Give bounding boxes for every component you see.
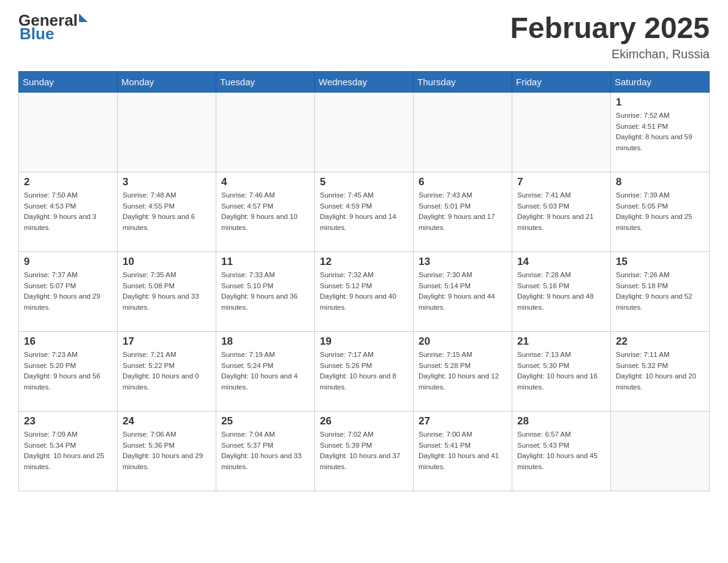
calendar-cell: 10Sunrise: 7:35 AMSunset: 5:08 PMDayligh… bbox=[118, 251, 216, 331]
day-number: 26 bbox=[320, 415, 408, 427]
day-number: 27 bbox=[419, 415, 507, 427]
day-number: 24 bbox=[123, 415, 211, 427]
day-number: 9 bbox=[24, 256, 112, 268]
day-info: Sunrise: 7:32 AMSunset: 5:12 PMDaylight:… bbox=[320, 270, 408, 313]
calendar-cell: 26Sunrise: 7:02 AMSunset: 5:39 PMDayligh… bbox=[315, 411, 414, 491]
day-info: Sunrise: 7:19 AMSunset: 5:24 PMDaylight:… bbox=[221, 350, 309, 393]
day-info: Sunrise: 6:57 AMSunset: 5:43 PMDaylight:… bbox=[517, 429, 605, 473]
weekday-header-sunday: Sunday bbox=[19, 71, 118, 92]
day-number: 6 bbox=[419, 176, 507, 188]
calendar-cell: 6Sunrise: 7:43 AMSunset: 5:01 PMDaylight… bbox=[414, 172, 512, 251]
calendar-body: 1Sunrise: 7:52 AMSunset: 4:51 PMDaylight… bbox=[19, 92, 710, 491]
day-info: Sunrise: 7:06 AMSunset: 5:36 PMDaylight:… bbox=[123, 429, 211, 473]
day-number: 3 bbox=[123, 176, 211, 188]
calendar-cell: 27Sunrise: 7:00 AMSunset: 5:41 PMDayligh… bbox=[414, 411, 512, 491]
calendar-header: SundayMondayTuesdayWednesdayThursdayFrid… bbox=[19, 71, 710, 92]
location-subtitle: Ekimchan, Russia bbox=[510, 47, 710, 61]
weekday-header-friday: Friday bbox=[512, 71, 611, 92]
day-info: Sunrise: 7:46 AMSunset: 4:57 PMDaylight:… bbox=[221, 190, 309, 234]
day-info: Sunrise: 7:09 AMSunset: 5:34 PMDaylight:… bbox=[24, 429, 112, 473]
weekday-header-thursday: Thursday bbox=[414, 71, 512, 92]
calendar-cell: 3Sunrise: 7:48 AMSunset: 4:55 PMDaylight… bbox=[118, 172, 216, 251]
calendar-cell: 13Sunrise: 7:30 AMSunset: 5:14 PMDayligh… bbox=[414, 251, 512, 331]
day-number: 13 bbox=[419, 256, 507, 268]
day-info: Sunrise: 7:37 AMSunset: 5:07 PMDaylight:… bbox=[24, 270, 112, 313]
day-number: 21 bbox=[517, 335, 605, 348]
day-info: Sunrise: 7:02 AMSunset: 5:39 PMDaylight:… bbox=[320, 429, 408, 473]
day-info: Sunrise: 7:21 AMSunset: 5:22 PMDaylight:… bbox=[123, 350, 211, 393]
day-number: 17 bbox=[123, 335, 211, 348]
day-number: 18 bbox=[221, 335, 309, 348]
calendar-table: SundayMondayTuesdayWednesdayThursdayFrid… bbox=[18, 71, 710, 491]
day-info: Sunrise: 7:28 AMSunset: 5:16 PMDaylight:… bbox=[517, 270, 605, 313]
calendar-cell: 7Sunrise: 7:41 AMSunset: 5:03 PMDaylight… bbox=[512, 172, 611, 251]
day-info: Sunrise: 7:30 AMSunset: 5:14 PMDaylight:… bbox=[419, 270, 507, 313]
day-number: 10 bbox=[123, 256, 211, 268]
day-info: Sunrise: 7:04 AMSunset: 5:37 PMDaylight:… bbox=[221, 429, 309, 473]
week-row-5: 23Sunrise: 7:09 AMSunset: 5:34 PMDayligh… bbox=[19, 411, 710, 491]
day-info: Sunrise: 7:00 AMSunset: 5:41 PMDaylight:… bbox=[419, 429, 507, 473]
calendar-cell: 24Sunrise: 7:06 AMSunset: 5:36 PMDayligh… bbox=[118, 411, 216, 491]
day-number: 16 bbox=[24, 335, 112, 348]
day-info: Sunrise: 7:50 AMSunset: 4:53 PMDaylight:… bbox=[24, 190, 112, 234]
day-number: 19 bbox=[320, 335, 408, 348]
page-header: General Blue February 2025 Ekimchan, Rus… bbox=[18, 12, 710, 61]
day-number: 28 bbox=[517, 415, 605, 427]
calendar-cell bbox=[611, 411, 710, 491]
day-number: 11 bbox=[221, 256, 309, 268]
day-number: 12 bbox=[320, 256, 408, 268]
calendar-cell bbox=[19, 92, 118, 172]
calendar-cell bbox=[118, 92, 216, 172]
day-number: 1 bbox=[616, 96, 704, 109]
day-number: 25 bbox=[221, 415, 309, 427]
day-info: Sunrise: 7:35 AMSunset: 5:08 PMDaylight:… bbox=[123, 270, 211, 313]
calendar-cell: 20Sunrise: 7:15 AMSunset: 5:28 PMDayligh… bbox=[414, 331, 512, 411]
day-info: Sunrise: 7:43 AMSunset: 5:01 PMDaylight:… bbox=[419, 190, 507, 234]
day-info: Sunrise: 7:13 AMSunset: 5:30 PMDaylight:… bbox=[517, 350, 605, 393]
day-info: Sunrise: 7:17 AMSunset: 5:26 PMDaylight:… bbox=[320, 350, 408, 393]
day-number: 7 bbox=[517, 176, 605, 188]
day-number: 2 bbox=[24, 176, 112, 188]
day-info: Sunrise: 7:48 AMSunset: 4:55 PMDaylight:… bbox=[123, 190, 211, 234]
calendar-cell: 16Sunrise: 7:23 AMSunset: 5:20 PMDayligh… bbox=[19, 331, 118, 411]
weekday-header-saturday: Saturday bbox=[611, 71, 710, 92]
weekday-header-tuesday: Tuesday bbox=[216, 71, 315, 92]
calendar-cell: 11Sunrise: 7:33 AMSunset: 5:10 PMDayligh… bbox=[216, 251, 315, 331]
calendar-cell: 5Sunrise: 7:45 AMSunset: 4:59 PMDaylight… bbox=[315, 172, 414, 251]
day-info: Sunrise: 7:45 AMSunset: 4:59 PMDaylight:… bbox=[320, 190, 408, 234]
calendar-cell: 1Sunrise: 7:52 AMSunset: 4:51 PMDaylight… bbox=[611, 92, 710, 172]
day-info: Sunrise: 7:15 AMSunset: 5:28 PMDaylight:… bbox=[419, 350, 507, 393]
calendar-cell: 23Sunrise: 7:09 AMSunset: 5:34 PMDayligh… bbox=[19, 411, 118, 491]
week-row-4: 16Sunrise: 7:23 AMSunset: 5:20 PMDayligh… bbox=[19, 331, 710, 411]
day-info: Sunrise: 7:41 AMSunset: 5:03 PMDaylight:… bbox=[517, 190, 605, 234]
day-number: 15 bbox=[616, 256, 704, 268]
calendar-cell: 8Sunrise: 7:39 AMSunset: 5:05 PMDaylight… bbox=[611, 172, 710, 251]
day-number: 23 bbox=[24, 415, 112, 427]
calendar-cell: 4Sunrise: 7:46 AMSunset: 4:57 PMDaylight… bbox=[216, 172, 315, 251]
calendar-cell: 19Sunrise: 7:17 AMSunset: 5:26 PMDayligh… bbox=[315, 331, 414, 411]
calendar-cell: 15Sunrise: 7:26 AMSunset: 5:18 PMDayligh… bbox=[611, 251, 710, 331]
logo-blue-text: Blue bbox=[20, 25, 54, 43]
week-row-2: 2Sunrise: 7:50 AMSunset: 4:53 PMDaylight… bbox=[19, 172, 710, 251]
month-year-title: February 2025 bbox=[510, 12, 710, 45]
day-info: Sunrise: 7:33 AMSunset: 5:10 PMDaylight:… bbox=[221, 270, 309, 313]
calendar-cell bbox=[414, 92, 512, 172]
weekday-header-row: SundayMondayTuesdayWednesdayThursdayFrid… bbox=[19, 71, 710, 92]
day-info: Sunrise: 7:39 AMSunset: 5:05 PMDaylight:… bbox=[616, 190, 704, 234]
day-number: 20 bbox=[419, 335, 507, 348]
day-number: 5 bbox=[320, 176, 408, 188]
week-row-3: 9Sunrise: 7:37 AMSunset: 5:07 PMDaylight… bbox=[19, 251, 710, 331]
calendar-cell bbox=[216, 92, 315, 172]
day-number: 14 bbox=[517, 256, 605, 268]
calendar-cell: 14Sunrise: 7:28 AMSunset: 5:16 PMDayligh… bbox=[512, 251, 611, 331]
day-info: Sunrise: 7:26 AMSunset: 5:18 PMDaylight:… bbox=[616, 270, 704, 313]
calendar-cell: 2Sunrise: 7:50 AMSunset: 4:53 PMDaylight… bbox=[19, 172, 118, 251]
calendar-cell: 28Sunrise: 6:57 AMSunset: 5:43 PMDayligh… bbox=[512, 411, 611, 491]
calendar-cell bbox=[315, 92, 414, 172]
calendar-cell: 18Sunrise: 7:19 AMSunset: 5:24 PMDayligh… bbox=[216, 331, 315, 411]
day-info: Sunrise: 7:23 AMSunset: 5:20 PMDaylight:… bbox=[24, 350, 112, 393]
calendar-cell: 12Sunrise: 7:32 AMSunset: 5:12 PMDayligh… bbox=[315, 251, 414, 331]
day-info: Sunrise: 7:11 AMSunset: 5:32 PMDaylight:… bbox=[616, 350, 704, 393]
day-number: 8 bbox=[616, 176, 704, 188]
calendar-cell: 9Sunrise: 7:37 AMSunset: 5:07 PMDaylight… bbox=[19, 251, 118, 331]
